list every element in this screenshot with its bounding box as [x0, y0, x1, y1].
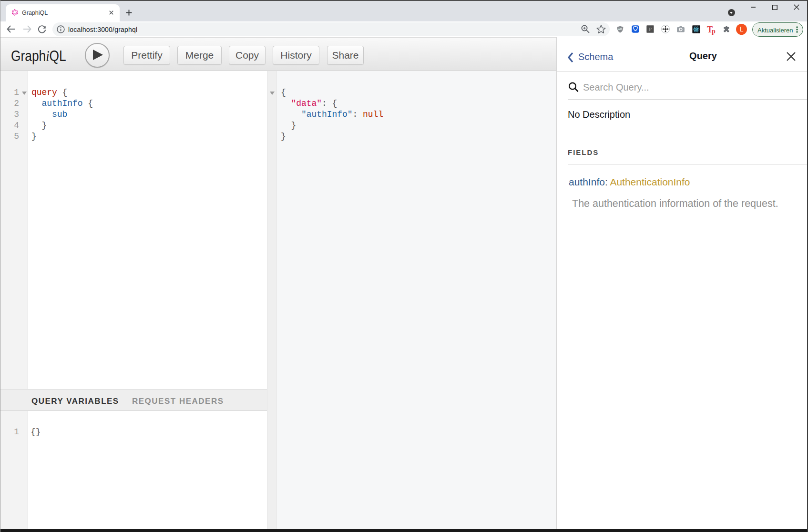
svg-text:uO: uO: [618, 28, 623, 31]
svg-text:P: P: [649, 26, 652, 32]
